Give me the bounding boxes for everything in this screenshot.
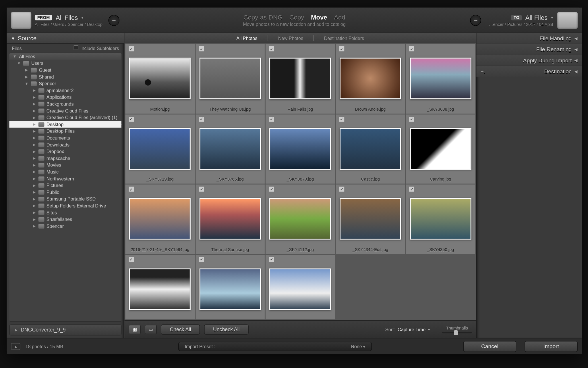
thumbnail-checkbox[interactable]: ✓ bbox=[269, 116, 274, 122]
thumbnail-cell[interactable]: ✓_SKY3765.jpg bbox=[196, 114, 265, 184]
thumbnail-cell[interactable]: ✓Thermal Sunrise.jpg bbox=[196, 185, 265, 254]
check-all-button[interactable]: Check All bbox=[161, 324, 200, 334]
thumbnail-cell[interactable]: ✓_SKY4350.jpg bbox=[406, 185, 475, 254]
thumbnail-cell[interactable]: ✓Castle.jpg bbox=[336, 114, 405, 184]
thumbnail-image[interactable] bbox=[270, 268, 331, 310]
dropdown-icon[interactable]: ▾ bbox=[81, 15, 83, 20]
thumbnail-checkbox[interactable]: ✓ bbox=[199, 257, 204, 262]
tab-all-photos[interactable]: All Photos bbox=[234, 35, 260, 41]
tree-item[interactable]: ▼Users bbox=[9, 60, 121, 67]
tree-item[interactable]: ▶Desktop Files bbox=[9, 128, 121, 135]
thumbnail-cell[interactable]: ✓2016-217-21-45-_SKY1594.jpg bbox=[125, 185, 195, 254]
thumbnail-checkbox[interactable]: ✓ bbox=[129, 187, 134, 192]
thumbnail-cell[interactable]: ✓ bbox=[125, 255, 195, 319]
loupe-view-button[interactable]: ▭ bbox=[145, 325, 156, 334]
thumbnail-checkbox[interactable]: ✓ bbox=[129, 257, 134, 262]
operation-add[interactable]: Add bbox=[334, 14, 345, 21]
plus-icon[interactable]: +. bbox=[481, 68, 485, 74]
thumbnail-image[interactable] bbox=[270, 198, 331, 240]
thumbnail-image[interactable] bbox=[410, 128, 471, 170]
operation-copy-as-dng[interactable]: Copy as DNG bbox=[243, 14, 283, 21]
thumbnail-checkbox[interactable]: ✓ bbox=[409, 46, 414, 51]
tree-item[interactable]: ▶mapscache bbox=[9, 155, 121, 162]
tree-item[interactable]: ▶Desktop bbox=[9, 121, 121, 128]
operation-move[interactable]: Move bbox=[311, 14, 327, 21]
tree-item[interactable]: ▶Dropbox bbox=[9, 148, 121, 155]
grid-view-button[interactable]: ▦ bbox=[129, 325, 140, 334]
thumbnail-image[interactable] bbox=[270, 58, 331, 99]
tree-item[interactable]: ▶Sites bbox=[9, 209, 121, 216]
thumbnail-image[interactable] bbox=[129, 58, 191, 99]
tree-item[interactable]: ▶Spencer bbox=[9, 223, 121, 229]
thumbnail-checkbox[interactable]: ✓ bbox=[339, 187, 344, 192]
thumbnail-image[interactable] bbox=[200, 58, 261, 99]
thumbnail-size-slider[interactable] bbox=[442, 332, 472, 333]
tree-item[interactable]: ▶Downloads bbox=[9, 141, 121, 148]
source-arrow-button[interactable]: → bbox=[109, 15, 119, 26]
tree-item[interactable]: ▼Spencer bbox=[9, 80, 121, 87]
thumbnail-cell[interactable]: ✓ bbox=[196, 255, 265, 319]
thumbnail-cell[interactable]: ✓Rain Falls.jpg bbox=[266, 44, 335, 113]
thumbnail-checkbox[interactable]: ✓ bbox=[199, 116, 204, 122]
thumbnail-checkbox[interactable]: ✓ bbox=[269, 46, 274, 51]
thumbnail-image[interactable] bbox=[200, 268, 261, 310]
thumbnail-checkbox[interactable]: ✓ bbox=[339, 46, 344, 51]
thumbnail-image[interactable] bbox=[340, 198, 401, 240]
include-subfolders-checkbox[interactable]: Include Subfolders bbox=[74, 45, 119, 51]
thumbnail-image[interactable] bbox=[200, 128, 261, 170]
panel-apply-during-import[interactable]: Apply During Import◀ bbox=[476, 55, 582, 66]
tree-item[interactable]: ▶Northwestern bbox=[9, 175, 121, 182]
tree-item[interactable]: ▶Movies bbox=[9, 162, 121, 168]
thumbnail-image[interactable] bbox=[410, 58, 471, 99]
thumbnail-checkbox[interactable]: ✓ bbox=[129, 46, 134, 51]
folder-tree[interactable]: ▼ All Files ▼Users▶Guest▶Shared▼Spencer▶… bbox=[9, 53, 121, 322]
tree-item[interactable]: ▶Pictures bbox=[9, 182, 121, 189]
tree-root[interactable]: ▼ All Files bbox=[9, 53, 121, 60]
thumbnail-checkbox[interactable]: ✓ bbox=[339, 116, 344, 122]
tree-item[interactable]: ▶Shared bbox=[9, 73, 121, 80]
tree-item[interactable]: ▶Creative Cloud Files (archived) (1) bbox=[9, 114, 121, 121]
panel-file-handling[interactable]: File Handling◀ bbox=[476, 33, 582, 44]
tree-item[interactable]: ▶Samsung Portable SSD bbox=[9, 195, 121, 202]
panel-destination[interactable]: +.Destination◀ bbox=[476, 66, 582, 77]
thumbnail-checkbox[interactable]: ✓ bbox=[269, 257, 274, 262]
operation-copy[interactable]: Copy bbox=[289, 14, 304, 21]
thumbnail-cell[interactable]: ✓_SKY4344-Edit.jpg bbox=[336, 185, 405, 254]
thumbnail-checkbox[interactable]: ✓ bbox=[129, 116, 134, 122]
thumbnail-cell[interactable]: ✓_SKY3638.jpg bbox=[406, 44, 475, 113]
panel-file-renaming[interactable]: File Renaming◀ bbox=[476, 44, 582, 55]
import-preset-dropdown[interactable]: Import Preset : None ▾ bbox=[178, 342, 372, 351]
expand-footer-button[interactable]: ▲ bbox=[11, 343, 20, 350]
dng-converter-item[interactable]: ▶ DNGConverter_9_9 bbox=[9, 324, 121, 335]
tree-item[interactable]: ▶apmplanner2 bbox=[9, 87, 121, 94]
thumbnail-image[interactable] bbox=[129, 268, 191, 310]
tree-item[interactable]: ▶Documents bbox=[9, 135, 121, 141]
tree-item[interactable]: ▶Public bbox=[9, 189, 121, 195]
thumbnail-checkbox[interactable]: ✓ bbox=[409, 187, 414, 192]
tab-new-photos[interactable]: New Photos bbox=[276, 35, 306, 41]
dropdown-icon[interactable]: ▾ bbox=[551, 15, 553, 20]
thumbnail-image[interactable] bbox=[410, 198, 471, 240]
tree-item[interactable]: ▶Creative Cloud Files bbox=[9, 107, 121, 114]
thumbnail-image[interactable] bbox=[340, 58, 401, 99]
thumbnail-image[interactable] bbox=[129, 128, 191, 170]
from-location[interactable]: All Files bbox=[56, 14, 78, 21]
thumbnail-cell[interactable]: ✓_SKY4112.jpg bbox=[266, 185, 335, 254]
thumbnail-grid[interactable]: ✓Motion.jpg✓They Watching Us.jpg✓Rain Fa… bbox=[125, 43, 476, 320]
thumbnail-image[interactable] bbox=[200, 198, 261, 240]
thumbnail-cell[interactable]: ✓Carving.jpg bbox=[406, 114, 475, 184]
dest-arrow-button[interactable]: → bbox=[470, 15, 481, 26]
tree-item[interactable]: ▶Backgrounds bbox=[9, 101, 121, 108]
thumbnail-image[interactable] bbox=[129, 198, 191, 240]
cancel-button[interactable]: Cancel bbox=[463, 341, 516, 352]
thumbnail-checkbox[interactable]: ✓ bbox=[199, 46, 204, 51]
thumbnail-checkbox[interactable]: ✓ bbox=[409, 116, 414, 122]
thumbnail-cell[interactable]: ✓_SKY3870.jpg bbox=[266, 114, 335, 184]
tree-item[interactable]: ▶Snæfellsnes bbox=[9, 216, 121, 223]
thumbnail-cell[interactable]: ✓They Watching Us.jpg bbox=[196, 44, 265, 113]
thumbnail-image[interactable] bbox=[270, 128, 331, 170]
uncheck-all-button[interactable]: Uncheck All bbox=[204, 324, 248, 334]
tab-destination-folders[interactable]: Destination Folders bbox=[322, 35, 367, 41]
dropdown-icon[interactable]: ▾ bbox=[428, 327, 430, 331]
tree-item[interactable]: ▶Applications bbox=[9, 94, 121, 101]
